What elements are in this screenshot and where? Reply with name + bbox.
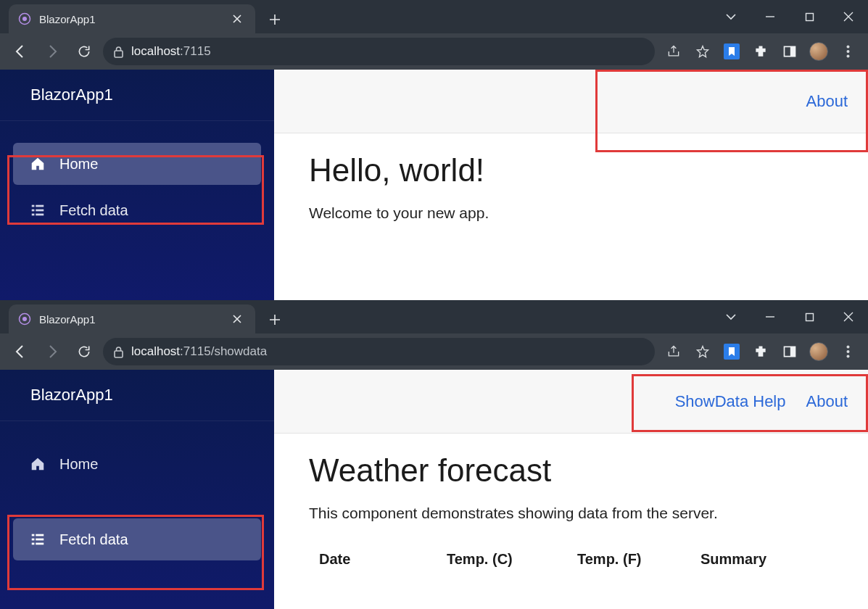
sidebar-item-fetch-data[interactable]: Fetch data	[13, 189, 261, 231]
sidepanel-icon[interactable]	[777, 38, 803, 65]
toolbar-right	[661, 38, 861, 65]
col-date: Date	[309, 551, 447, 568]
svg-rect-10	[36, 205, 44, 207]
blazor-icon	[17, 312, 32, 326]
showdata-help-link[interactable]: ShowData Help	[675, 392, 786, 411]
close-window-button[interactable]	[829, 300, 868, 334]
url-input[interactable]: localhost:7115	[103, 38, 655, 65]
tab-title: BlazorApp1	[39, 13, 222, 25]
extensions-icon[interactable]	[748, 339, 774, 365]
toolbar-right	[661, 339, 861, 365]
sidebar: BlazorApp1 Home Fetch data	[0, 70, 274, 300]
sidepanel-icon[interactable]	[777, 339, 803, 365]
svg-rect-24	[32, 534, 35, 536]
page-subtext: Welcome to your new app.	[309, 204, 868, 222]
svg-rect-28	[32, 543, 35, 545]
svg-point-7	[846, 50, 849, 53]
svg-rect-5	[790, 46, 795, 56]
top-link-bar: About	[274, 70, 868, 133]
share-icon[interactable]	[661, 38, 687, 65]
home-icon	[29, 156, 46, 172]
avatar[interactable]	[806, 38, 832, 65]
url-text: localhost:7115/showdata	[131, 344, 267, 359]
star-icon[interactable]	[690, 38, 716, 65]
close-tab-button[interactable]	[229, 311, 245, 327]
bookmark-app-icon[interactable]	[719, 38, 745, 65]
page-heading: Weather forecast	[309, 452, 868, 489]
minimize-button[interactable]	[751, 0, 790, 33]
avatar[interactable]	[806, 339, 832, 365]
main-content: About Hello, world! Welcome to your new …	[274, 70, 868, 300]
svg-rect-9	[32, 205, 35, 207]
new-tab-button[interactable]	[263, 307, 287, 332]
close-window-button[interactable]	[829, 0, 868, 33]
list-icon	[29, 531, 46, 547]
svg-point-1	[22, 17, 27, 21]
sidebar-item-label: Home	[59, 156, 98, 173]
browser-tab[interactable]: BlazorApp1	[9, 304, 255, 334]
col-summary: Summary	[700, 551, 817, 568]
lock-icon	[113, 346, 124, 358]
svg-point-23	[846, 355, 849, 358]
top-link-bar: ShowData Help About	[274, 370, 868, 434]
svg-rect-14	[36, 214, 44, 216]
new-tab-button[interactable]	[263, 7, 287, 32]
svg-rect-29	[36, 543, 44, 545]
svg-rect-25	[36, 534, 44, 536]
col-temp-f: Temp. (F)	[577, 551, 700, 568]
maximize-button[interactable]	[790, 300, 829, 334]
sidebar-item-home[interactable]: Home	[13, 443, 261, 485]
maximize-button[interactable]	[790, 0, 829, 33]
sidebar-item-home[interactable]: Home	[13, 143, 261, 185]
app-body: BlazorApp1 Home Fetch data ShowData Help…	[0, 370, 868, 609]
main-content: ShowData Help About Weather forecast Thi…	[274, 370, 868, 609]
url-text: localhost:7115	[131, 44, 211, 59]
bookmark-app-icon[interactable]	[719, 339, 745, 365]
sidebar-item-fetch-data[interactable]: Fetch data	[13, 518, 261, 560]
forward-button[interactable]	[39, 339, 65, 365]
forward-button[interactable]	[39, 38, 65, 65]
blazor-icon	[17, 12, 32, 26]
about-link[interactable]: About	[806, 392, 848, 411]
page-heading: Hello, world!	[309, 152, 868, 188]
address-bar: localhost:7115	[0, 33, 868, 70]
window-controls	[711, 0, 868, 33]
browser-tab[interactable]: BlazorApp1	[9, 4, 255, 33]
svg-point-16	[22, 317, 27, 321]
lock-icon	[113, 46, 124, 58]
about-link[interactable]: About	[806, 92, 848, 111]
svg-rect-2	[806, 13, 813, 20]
back-button[interactable]	[7, 339, 33, 365]
sidebar: BlazorApp1 Home Fetch data	[0, 370, 274, 609]
svg-rect-17	[806, 313, 813, 320]
tab-search-button[interactable]	[711, 0, 751, 33]
svg-rect-18	[115, 351, 123, 357]
menu-icon[interactable]	[835, 38, 861, 65]
svg-rect-11	[32, 210, 35, 212]
address-bar: localhost:7115/showdata	[0, 334, 868, 370]
sidebar-item-label: Fetch data	[59, 202, 128, 219]
reload-button[interactable]	[71, 339, 97, 365]
minimize-button[interactable]	[751, 300, 790, 334]
svg-rect-12	[36, 210, 44, 212]
menu-icon[interactable]	[835, 339, 861, 365]
back-button[interactable]	[7, 38, 33, 65]
sidebar-item-label: Home	[59, 456, 98, 473]
url-input[interactable]: localhost:7115/showdata	[103, 338, 655, 365]
browser-window-1: BlazorApp1 localhost:7115	[0, 0, 868, 300]
svg-rect-3	[115, 51, 123, 57]
star-icon[interactable]	[690, 339, 716, 365]
list-icon	[29, 202, 46, 218]
svg-point-6	[846, 46, 849, 49]
sidebar-brand: BlazorApp1	[0, 370, 274, 420]
browser-window-2: BlazorApp1 localhost:7115/showdata	[0, 300, 868, 609]
sidebar-brand: BlazorApp1	[0, 70, 274, 120]
close-tab-button[interactable]	[229, 11, 245, 27]
page-subtext: This component demonstrates showing data…	[309, 505, 868, 522]
svg-rect-26	[32, 539, 35, 541]
extensions-icon[interactable]	[748, 38, 774, 65]
svg-rect-13	[32, 214, 35, 216]
tab-search-button[interactable]	[711, 300, 751, 334]
share-icon[interactable]	[661, 339, 687, 365]
reload-button[interactable]	[71, 38, 97, 65]
